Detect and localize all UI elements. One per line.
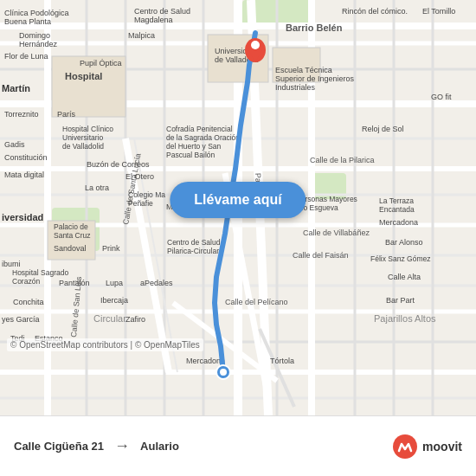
map-container: Calle de Santa Lucía Paseo de Calle de S… — [0, 0, 476, 415]
svg-text:Buzón de Correos: Buzón de Correos — [87, 160, 150, 169]
svg-point-119 — [220, 369, 227, 376]
svg-text:Hospital: Hospital — [65, 71, 102, 81]
svg-text:Torreznito: Torreznito — [4, 110, 39, 119]
svg-text:Pupil Óptica: Pupil Óptica — [80, 59, 122, 68]
moovit-icon — [393, 434, 417, 459]
svg-text:La otra: La otra — [85, 183, 109, 192]
map-copyright: © OpenStreetMap contributors | © OpenMap… — [7, 338, 203, 351]
svg-text:Calle del Pelícano: Calle del Pelícano — [225, 298, 288, 306]
svg-text:Hernández: Hernández — [19, 40, 58, 48]
svg-text:Gadis: Gadis — [4, 140, 25, 149]
svg-point-121 — [251, 41, 260, 49]
svg-text:Centro de Salud: Centro de Salud — [167, 238, 221, 247]
svg-text:ibumi: ibumi — [2, 260, 21, 268]
svg-text:Reloj de Sol: Reloj de Sol — [362, 125, 404, 133]
svg-text:París: París — [57, 110, 76, 119]
svg-text:del Huerto y San: del Huerto y San — [166, 142, 222, 151]
svg-text:Hospital Clínico: Hospital Clínico — [62, 125, 113, 133]
svg-text:Magdalena: Magdalena — [134, 16, 173, 24]
svg-text:Bar Alonso: Bar Alonso — [385, 238, 423, 247]
svg-text:de Valladolid: de Valladolid — [62, 142, 104, 151]
route-arrow-icon: → — [114, 437, 130, 455]
svg-text:El Tomillo: El Tomillo — [422, 7, 455, 16]
svg-text:Calle Alta: Calle Alta — [388, 273, 421, 281]
svg-text:Encantada: Encantada — [379, 205, 415, 214]
svg-text:Colegio Ma: Colegio Ma — [128, 190, 165, 199]
svg-text:Mercadona: Mercadona — [379, 218, 418, 227]
route-info: Calle Cigüeña 21 → Aulario — [14, 437, 393, 455]
svg-text:Palacio de: Palacio de — [54, 222, 88, 231]
svg-text:Pilarica-Circular: Pilarica-Circular — [167, 247, 219, 255]
svg-text:Buena Planta: Buena Planta — [4, 17, 51, 26]
svg-text:Pascual Bailón: Pascual Bailón — [166, 151, 215, 159]
svg-text:Pantalón: Pantalón — [59, 279, 90, 287]
svg-text:Domingo: Domingo — [19, 31, 50, 40]
svg-text:aPedales: aPedales — [140, 279, 173, 287]
navigate-button[interactable]: Llévame aquí — [170, 182, 306, 218]
svg-text:El Otero: El Otero — [125, 172, 154, 181]
svg-text:Bar Part: Bar Part — [386, 296, 415, 305]
svg-text:Calle del Faisán: Calle del Faisán — [293, 251, 349, 260]
svg-text:Calle de la Pilarica: Calle de la Pilarica — [310, 156, 375, 164]
svg-text:Lupa: Lupa — [106, 279, 123, 287]
svg-text:Malpica: Malpica — [128, 31, 155, 40]
svg-text:Tórtola: Tórtola — [270, 357, 294, 365]
svg-text:Corazón: Corazón — [12, 277, 40, 286]
svg-text:Martín: Martín — [2, 83, 30, 93]
svg-text:Calle de Villabáñez: Calle de Villabáñez — [303, 228, 370, 237]
svg-text:Escuela Técnica: Escuela Técnica — [275, 66, 332, 74]
svg-text:Circular: Circular — [93, 313, 126, 324]
svg-text:Conchita: Conchita — [13, 298, 44, 306]
svg-text:Zafiro: Zafiro — [125, 315, 145, 324]
svg-text:Cofradía Penitencial: Cofradía Penitencial — [166, 125, 233, 133]
svg-text:Centro de Salud: Centro de Salud — [134, 7, 190, 16]
svg-text:Mercadona: Mercadona — [186, 357, 225, 365]
svg-text:Félix Sanz Gómez: Félix Sanz Gómez — [370, 254, 430, 263]
bottom-bar: Calle Cigüeña 21 → Aulario moovit — [0, 415, 476, 476]
svg-text:Barrio Belén: Barrio Belén — [286, 23, 343, 33]
moovit-label: moovit — [422, 440, 462, 453]
svg-text:Sandoval: Sandoval — [54, 244, 87, 253]
route-destination: Aulario — [140, 440, 179, 453]
svg-text:Prink: Prink — [102, 244, 120, 253]
svg-text:Hospital Sagrado: Hospital Sagrado — [12, 268, 68, 277]
svg-text:Pajarillos Altos: Pajarillos Altos — [374, 313, 436, 324]
svg-text:Clínica Podológica: Clínica Podológica — [4, 9, 69, 17]
svg-text:Flor de Luna: Flor de Luna — [4, 52, 48, 61]
svg-text:Universitario: Universitario — [62, 133, 104, 142]
svg-text:Santa Cruz: Santa Cruz — [54, 231, 91, 240]
svg-text:Peñafie: Peñafie — [128, 199, 153, 208]
svg-text:Rincón del cómico.: Rincón del cómico. — [342, 7, 408, 16]
svg-text:Ibercaja: Ibercaja — [100, 296, 128, 305]
route-origin: Calle Cigüeña 21 — [14, 440, 104, 453]
svg-text:Industriales: Industriales — [275, 83, 316, 92]
svg-text:La Terraza: La Terraza — [379, 196, 414, 205]
svg-text:iversidad: iversidad — [2, 212, 43, 222]
svg-text:Mata digital: Mata digital — [4, 170, 44, 179]
svg-text:yes García: yes García — [2, 315, 40, 324]
svg-text:de la Sagrada Oración: de la Sagrada Oración — [166, 133, 240, 142]
svg-text:Constitución: Constitución — [4, 153, 48, 162]
moovit-logo: moovit — [393, 434, 462, 459]
svg-text:GO fit: GO fit — [431, 93, 452, 101]
svg-text:Superior de Ingenieros: Superior de Ingenieros — [275, 74, 355, 83]
